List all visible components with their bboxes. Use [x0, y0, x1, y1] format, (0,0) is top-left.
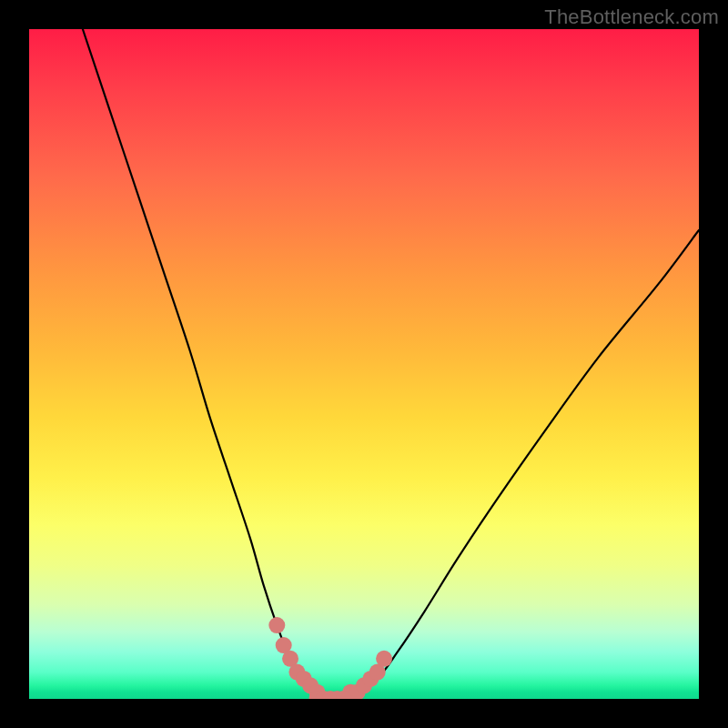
chart-frame: TheBottleneck.com — [0, 0, 728, 728]
optimum-marker-bottom — [308, 691, 351, 699]
chart-plot-area — [29, 29, 699, 699]
optimum-marker-dot — [268, 617, 285, 633]
bottleneck-curve — [83, 29, 699, 699]
chart-svg — [29, 29, 699, 699]
watermark-text: TheBottleneck.com — [544, 5, 719, 29]
optimum-marker-left — [268, 617, 325, 699]
optimum-marker-dot — [376, 651, 392, 667]
